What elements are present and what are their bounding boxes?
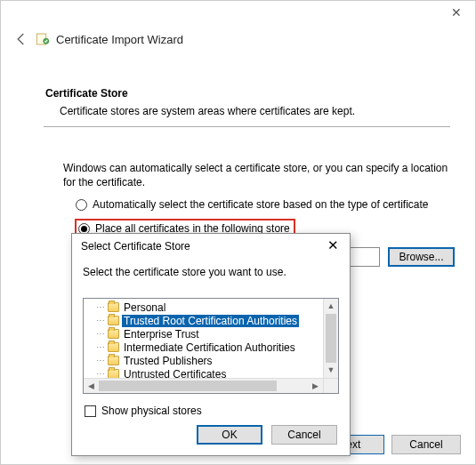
tree-item[interactable]: ⋯Enterprise Trust <box>89 327 323 341</box>
tree-item-label: Enterprise Trust <box>122 328 201 341</box>
dialog-titlebar: Select Certificate Store ✕ <box>72 234 350 259</box>
tree-item-label: Trusted Root Certification Authorities <box>122 315 299 327</box>
tree-guide-icon: ⋯ <box>89 356 105 365</box>
folder-icon <box>108 329 119 339</box>
show-physical-label: Show physical stores <box>101 405 202 417</box>
folder-icon <box>108 302 119 312</box>
tree-guide-icon: ⋯ <box>89 342 105 352</box>
wizard-title: Certificate Import Wizard <box>56 33 183 46</box>
wizard-titlebar: ✕ <box>1 1 475 28</box>
close-icon[interactable]: ✕ <box>321 237 344 255</box>
tree-item-label: Trusted Publishers <box>122 355 214 367</box>
scroll-right-icon[interactable]: ▶ <box>308 379 323 394</box>
body-text: Windows can automatically select a certi… <box>63 161 448 189</box>
dialog-instruction: Select the certificate store you want to… <box>72 259 350 278</box>
wizard-header: Certificate Import Wizard <box>13 31 463 47</box>
scroll-corner <box>323 378 338 393</box>
folder-icon <box>108 356 119 365</box>
scroll-down-icon[interactable]: ▼ <box>324 363 338 378</box>
tree-item-label: Untrusted Certificates <box>122 368 228 379</box>
section-heading: Certificate Store <box>45 87 128 100</box>
select-store-dialog: Select Certificate Store ✕ Select the ce… <box>71 233 351 456</box>
tree-item-label: Personal <box>122 301 167 314</box>
scrollbar-horizontal[interactable]: ◀ ▶ <box>84 378 323 393</box>
tree-guide-icon: ⋯ <box>89 369 105 378</box>
tree-item[interactable]: ⋯Trusted Publishers <box>89 354 323 367</box>
show-physical-stores-checkbox[interactable]: Show physical stores <box>85 405 202 417</box>
tree-guide-icon: ⋯ <box>89 302 105 312</box>
tree-guide-icon: ⋯ <box>89 329 105 339</box>
tree-item[interactable]: ⋯Personal <box>89 301 323 314</box>
tree-item[interactable]: ⋯Trusted Root Certification Authorities <box>89 314 323 327</box>
dialog-button-bar: OK Cancel <box>197 425 337 445</box>
tree-item-label: Intermediate Certification Authorities <box>122 341 297 354</box>
tree-guide-icon: ⋯ <box>89 316 105 325</box>
section-description: Certificate stores are system areas wher… <box>60 105 448 117</box>
divider <box>44 126 450 127</box>
radio-auto-label: Automatically select the certificate sto… <box>93 198 429 211</box>
radio-icon <box>76 199 87 211</box>
cancel-button[interactable]: Cancel <box>271 425 337 445</box>
cancel-button[interactable]: Cancel <box>391 435 461 454</box>
dialog-title: Select Certificate Store <box>81 240 190 253</box>
back-arrow-icon[interactable] <box>13 31 29 47</box>
scroll-up-icon[interactable]: ▲ <box>324 299 338 314</box>
ok-button[interactable]: OK <box>197 425 262 445</box>
radio-auto-select[interactable]: Automatically select the certificate sto… <box>76 198 429 211</box>
scrollbar-vertical[interactable]: ▲ ▼ <box>323 299 338 378</box>
scroll-left-icon[interactable]: ◀ <box>84 379 99 394</box>
folder-icon <box>108 342 119 352</box>
tree-item[interactable]: ⋯Intermediate Certification Authorities <box>89 341 323 354</box>
tree-item[interactable]: ⋯Untrusted Certificates <box>89 367 323 378</box>
browse-button[interactable]: Browse... <box>388 247 455 267</box>
checkbox-icon <box>85 405 96 417</box>
certificate-icon <box>35 31 51 47</box>
scroll-thumb[interactable] <box>99 381 277 391</box>
store-tree: ⋯Personal⋯Trusted Root Certification Aut… <box>83 298 339 394</box>
close-icon[interactable]: ✕ <box>448 6 464 22</box>
folder-icon <box>108 316 119 325</box>
scroll-thumb[interactable] <box>326 314 336 363</box>
folder-icon <box>108 369 119 378</box>
